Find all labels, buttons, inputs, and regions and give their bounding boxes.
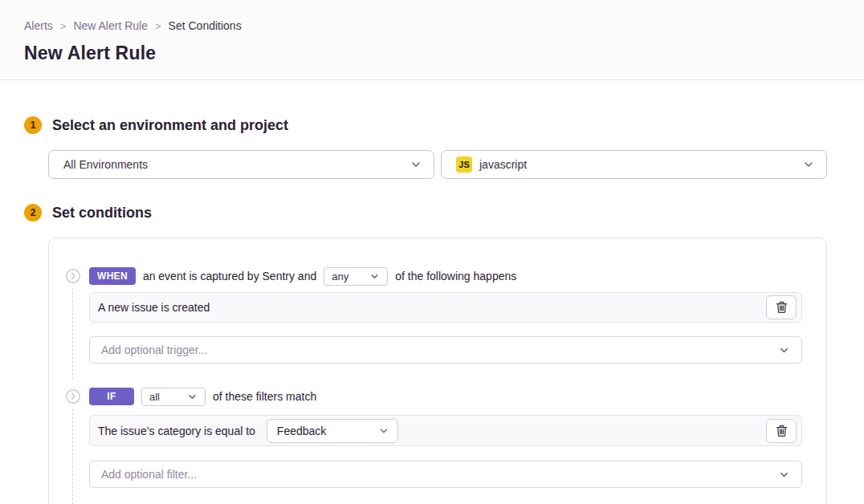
chevron-down-icon bbox=[378, 425, 389, 437]
add-optional-filter-select[interactable]: Add optional filter... bbox=[89, 461, 802, 488]
if-match-select[interactable]: all bbox=[141, 388, 206, 406]
filter-category-value: Feedback bbox=[277, 425, 326, 437]
if-badge: IF bbox=[89, 388, 134, 405]
breadcrumb-new-alert-rule[interactable]: New Alert Rule bbox=[73, 19, 148, 32]
delete-trigger-button[interactable] bbox=[766, 295, 797, 319]
if-rail bbox=[65, 388, 81, 488]
trash-icon bbox=[776, 301, 788, 314]
filter-condition-row: The issue’s category is equal to Feedbac… bbox=[89, 415, 802, 446]
if-header: IF all of these filters match bbox=[89, 388, 802, 405]
when-block: WHEN an event is captured by Sentry and … bbox=[65, 267, 802, 364]
delete-filter-button[interactable] bbox=[766, 419, 797, 443]
when-text-before: an event is captured by Sentry and bbox=[143, 270, 316, 282]
chevron-down-icon bbox=[778, 469, 790, 481]
step-2-number-badge: 2 bbox=[24, 204, 42, 222]
if-text-after: of these filters match bbox=[213, 390, 316, 403]
when-header: WHEN an event is captured by Sentry and … bbox=[89, 267, 802, 285]
if-block: IF all of these filters match The issue’… bbox=[65, 388, 802, 488]
step-1-title: Select an environment and project bbox=[52, 117, 288, 134]
if-match-value: all bbox=[149, 391, 160, 403]
add-optional-trigger-select[interactable]: Add optional trigger... bbox=[89, 336, 802, 364]
step-2-heading: 2 Set conditions bbox=[24, 204, 840, 222]
filter-category-select[interactable]: Feedback bbox=[267, 419, 398, 443]
circle-chevron-right-icon bbox=[65, 388, 81, 404]
add-optional-trigger-placeholder: Add optional trigger... bbox=[101, 343, 207, 356]
add-optional-filter-placeholder: Add optional filter... bbox=[101, 468, 197, 481]
step-1-heading: 1 Select an environment and project bbox=[24, 116, 840, 134]
trigger-condition-row: A new issue is created bbox=[89, 292, 802, 323]
project-select-value: javascript bbox=[479, 158, 527, 171]
breadcrumb-set-conditions: Set Conditions bbox=[169, 19, 242, 32]
when-badge: WHEN bbox=[89, 267, 136, 285]
breadcrumb: Alerts > New Alert Rule > Set Conditions bbox=[24, 19, 840, 32]
conditions-panel: WHEN an event is captured by Sentry and … bbox=[48, 238, 827, 504]
chevron-down-icon bbox=[410, 158, 422, 171]
environment-select-value: All Environments bbox=[63, 158, 148, 171]
trash-icon bbox=[776, 425, 788, 437]
chevron-down-icon bbox=[187, 392, 198, 402]
step-1-number-badge: 1 bbox=[24, 116, 42, 134]
when-text-after: of the following happens bbox=[395, 270, 516, 282]
when-match-value: any bbox=[332, 270, 348, 282]
circle-chevron-right-icon bbox=[65, 268, 81, 284]
environment-select[interactable]: All Environments bbox=[48, 150, 434, 179]
page-title: New Alert Rule bbox=[24, 43, 840, 64]
chevron-down-icon bbox=[369, 271, 380, 282]
step-2-title: Set conditions bbox=[52, 205, 152, 222]
breadcrumb-alerts[interactable]: Alerts bbox=[24, 19, 53, 32]
environment-project-row: All Environments JS javascript bbox=[48, 150, 840, 179]
when-match-select[interactable]: any bbox=[324, 267, 388, 286]
breadcrumb-separator: > bbox=[60, 20, 67, 32]
chevron-down-icon bbox=[778, 344, 790, 356]
when-rail bbox=[65, 267, 81, 364]
page-header: Alerts > New Alert Rule > Set Conditions… bbox=[0, 0, 864, 80]
main-content: 1 Select an environment and project All … bbox=[0, 116, 864, 504]
trigger-condition-label: A new issue is created bbox=[98, 301, 210, 314]
chevron-down-icon bbox=[802, 158, 815, 171]
project-select[interactable]: JS javascript bbox=[441, 150, 827, 179]
filter-condition-label: The issue’s category is equal to bbox=[98, 425, 255, 437]
javascript-platform-icon: JS bbox=[456, 156, 472, 173]
breadcrumb-separator: > bbox=[155, 20, 161, 32]
